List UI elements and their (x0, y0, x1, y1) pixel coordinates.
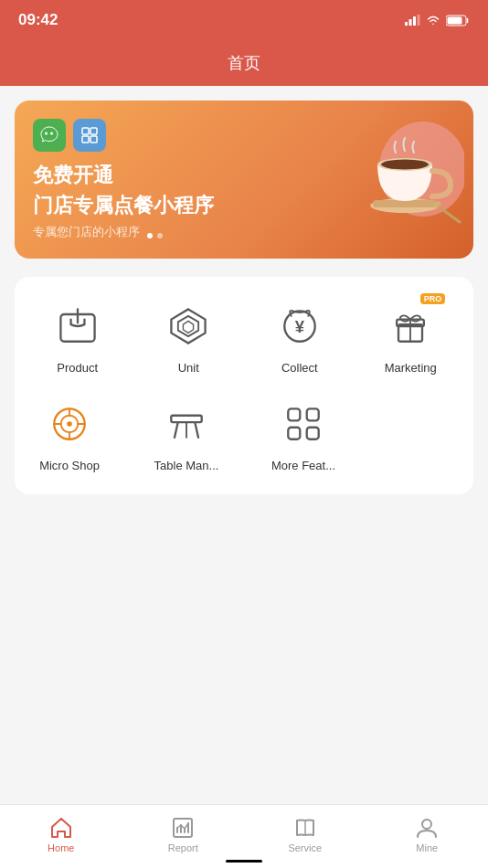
svg-marker-20 (172, 310, 206, 344)
status-bar: 09:42 (0, 0, 488, 40)
battery-icon (446, 15, 470, 26)
svg-rect-10 (82, 136, 89, 143)
collect-icon: ¥ (276, 302, 324, 350)
product-icon (54, 302, 101, 350)
menu-item-marketing[interactable]: PRO Marketing (374, 291, 447, 382)
marketing-icon (387, 302, 434, 350)
product-label: Product (57, 361, 98, 375)
svg-line-33 (195, 422, 198, 438)
svg-rect-36 (307, 408, 319, 420)
svg-point-6 (45, 132, 48, 135)
menu-item-table-man[interactable]: Table Man... (150, 389, 223, 480)
table-man-icon-wrap (159, 397, 214, 451)
banner-icon-app (73, 119, 106, 152)
nav-mine-label: Mine (416, 842, 438, 853)
banner-subtitle: 专属您门店的小程序 (33, 224, 140, 240)
table-man-label: Table Man... (154, 459, 219, 472)
header-title: 首页 (228, 52, 260, 74)
svg-rect-8 (82, 128, 89, 134)
svg-point-16 (381, 160, 429, 170)
status-time: 09:42 (18, 11, 58, 29)
bottom-nav: Home Report Service Mine (0, 804, 488, 868)
more-feat-icon (280, 400, 327, 448)
svg-rect-35 (288, 408, 300, 420)
menu-item-collect[interactable]: ¥ Collect (263, 291, 336, 382)
svg-point-7 (50, 132, 53, 135)
micro-shop-icon (46, 400, 93, 448)
banner-dots (147, 233, 163, 238)
nav-item-service[interactable]: Service (244, 816, 366, 857)
report-icon (171, 816, 195, 840)
table-man-icon (163, 400, 210, 448)
menu-item-product[interactable]: Product (41, 291, 114, 382)
svg-rect-2 (413, 16, 416, 26)
nav-home-label: Home (48, 842, 74, 853)
nav-report-label: Report (168, 842, 198, 853)
home-icon (49, 816, 73, 840)
banner[interactable]: 免费开通 门店专属点餐小程序 专属您门店的小程序 (15, 101, 473, 259)
signal-icon (405, 15, 420, 26)
svg-marker-22 (184, 322, 194, 333)
nav-indicator (226, 860, 262, 863)
unit-icon (164, 302, 212, 350)
banner-illustration (345, 114, 464, 233)
more-feat-icon-wrap (276, 397, 331, 451)
svg-point-30 (67, 421, 72, 427)
unit-icon-wrap (161, 299, 216, 354)
svg-rect-38 (307, 428, 319, 439)
status-icons (405, 15, 470, 26)
svg-point-40 (422, 820, 431, 829)
micro-shop-icon-wrap (42, 397, 97, 451)
menu-item-micro-shop[interactable]: Micro Shop (33, 389, 106, 480)
svg-rect-5 (448, 16, 462, 24)
menu-row-1: Product Unit ¥ (22, 291, 466, 382)
svg-rect-3 (418, 15, 420, 26)
svg-line-32 (175, 422, 178, 438)
svg-rect-9 (90, 128, 97, 134)
more-feat-label: More Feat... (271, 459, 335, 472)
micro-shop-label: Micro Shop (39, 459, 100, 472)
menu-item-unit[interactable]: Unit (152, 291, 225, 382)
pro-badge: PRO (420, 293, 446, 304)
svg-rect-0 (405, 22, 408, 26)
content: 免费开通 门店专属点餐小程序 专属您门店的小程序 (0, 86, 488, 804)
svg-rect-11 (90, 136, 97, 143)
nav-item-home[interactable]: Home (0, 816, 122, 857)
menu-item-more-feat[interactable]: More Feat... (267, 389, 340, 480)
svg-rect-37 (288, 428, 300, 439)
svg-rect-1 (409, 19, 412, 26)
svg-line-17 (437, 206, 460, 222)
header: 首页 (0, 40, 488, 86)
nav-item-mine[interactable]: Mine (366, 816, 489, 857)
wifi-icon (426, 15, 440, 26)
menu-row-2: Micro Shop Table Man... (22, 389, 466, 480)
product-icon-wrap (50, 299, 105, 354)
marketing-icon-wrap: PRO (383, 299, 438, 354)
banner-dot-2 (157, 233, 163, 238)
svg-rect-14 (373, 200, 437, 207)
banner-dot-1 (147, 233, 153, 238)
nav-item-report[interactable]: Report (122, 816, 245, 857)
menu-grid: Product Unit ¥ (15, 277, 473, 494)
svg-rect-31 (171, 416, 201, 422)
svg-text:¥: ¥ (295, 317, 305, 336)
mine-icon (415, 816, 439, 840)
collect-label: Collect (281, 361, 318, 375)
marketing-label: Marketing (385, 361, 437, 375)
service-icon (293, 816, 317, 840)
collect-icon-wrap: ¥ (272, 299, 327, 354)
nav-service-label: Service (288, 842, 322, 853)
unit-label: Unit (178, 361, 199, 375)
banner-icon-wechat (33, 119, 66, 152)
